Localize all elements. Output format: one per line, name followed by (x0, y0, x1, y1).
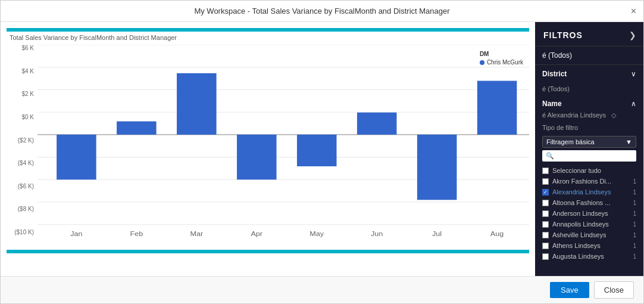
checkbox-box (542, 189, 549, 196)
checkbox-item[interactable]: Anderson Lindseys1 (535, 208, 643, 219)
filter-district-header[interactable]: District ∨ (535, 65, 643, 83)
svg-text:May: May (310, 229, 324, 237)
checkbox-item[interactable]: Athens Lindseys1 (535, 240, 643, 251)
filter-header: FILTROS ❯ (535, 22, 643, 46)
filter-diamond-icon: ◇ (611, 111, 616, 119)
filter-title: FILTROS (543, 30, 583, 40)
y-label-2: $2 K (21, 91, 34, 97)
checkbox-box (542, 200, 549, 206)
svg-rect-15 (417, 135, 457, 200)
filter-district-label: District (542, 70, 567, 78)
filter-district-value: é (Todos) (535, 83, 643, 95)
filter-type-value: Filtragem básica (546, 138, 595, 145)
legend-title: DM (480, 51, 523, 57)
checkbox-count: 1 (633, 178, 636, 185)
checkbox-box (542, 167, 549, 174)
filter-district-section: District ∨ é (Todos) (535, 65, 643, 95)
filter-chevron-icon[interactable]: ❯ (629, 30, 636, 40)
filter-name-chevron-up-icon[interactable]: ∧ (631, 100, 636, 108)
checkbox-item[interactable]: Asheville Lindseys1 (535, 229, 643, 240)
filter-type-select[interactable]: Filtragem básica ▼ (542, 136, 636, 148)
checkbox-item[interactable]: Seleccionar tudo (535, 165, 643, 176)
checkbox-label: Alexandria Lindseys (552, 188, 611, 196)
checkbox-label: Altoona Fashions ... (552, 199, 610, 206)
checkbox-count: 1 (633, 189, 636, 196)
svg-rect-9 (57, 135, 96, 179)
checkbox-box (542, 210, 549, 217)
legend-item: Chris McGurk (480, 59, 523, 66)
y-label-4: ($2 K) (18, 137, 34, 144)
y-label-5: ($4 K) (18, 160, 34, 166)
filter-search-box: 🔍 (542, 150, 636, 162)
filter-panel: FILTROS ❯ é (Todos) District ∨ é (Todos)… (535, 22, 643, 276)
svg-rect-16 (477, 81, 517, 135)
legend-dot (480, 60, 484, 65)
y-label-0: $6 K (21, 45, 34, 51)
filter-type-label: Tipo de filtro (535, 122, 643, 134)
window-title: My Workspace - Total Sales Variance by F… (194, 7, 449, 15)
svg-rect-12 (237, 135, 277, 179)
filter-type-chevron-icon: ▼ (626, 138, 632, 145)
checkbox-count: 1 (633, 232, 636, 238)
svg-text:Mar: Mar (190, 229, 203, 237)
y-label-3: $0 K (21, 114, 34, 120)
chart-legend: DM Chris McGurk (480, 51, 523, 66)
y-label-1: $4 K (21, 68, 34, 75)
checkbox-item[interactable]: Akron Fashions Di...1 (535, 176, 643, 187)
checkbox-count: 1 (633, 200, 636, 206)
chart-bottom-bar (7, 250, 529, 253)
svg-text:Aug: Aug (490, 229, 504, 237)
checkbox-list: Seleccionar tudoAkron Fashions Di...1Ale… (535, 164, 643, 263)
checkbox-box (542, 232, 549, 238)
checkbox-box (542, 253, 549, 260)
search-icon: 🔍 (546, 152, 554, 160)
filter-name-header: Name ∧ (535, 95, 643, 110)
svg-text:Jan: Jan (70, 229, 82, 237)
svg-rect-11 (177, 73, 217, 135)
bottom-bar: Save Close (1, 276, 643, 303)
main-window: My Workspace - Total Sales Variance by F… (0, 0, 644, 304)
checkbox-box (542, 221, 549, 228)
y-label-6: ($6 K) (18, 183, 34, 190)
chart-subtitle: Total Sales Variance by FiscalMonth and … (10, 34, 529, 41)
y-axis: $6 K $4 K $2 K $0 K ($2 K) ($4 K) ($6 K)… (7, 45, 37, 247)
checkbox-label: Annapolis Lindseys (552, 221, 609, 228)
checkbox-box (542, 243, 549, 249)
filter-search-input[interactable] (557, 153, 633, 160)
svg-text:Jun: Jun (371, 229, 383, 237)
checkbox-item[interactable]: Alexandria Lindseys1 (535, 187, 643, 197)
checkbox-label: Seleccionar tudo (552, 167, 601, 174)
filter-name-section: Name ∧ é Alexandria Lindseys ◇ Tipo de f… (535, 95, 643, 263)
checkbox-box (542, 178, 549, 185)
checkbox-item[interactable]: Augusta Lindseys1 (535, 251, 643, 262)
checkbox-count: 1 (633, 253, 636, 260)
window-close-button[interactable]: × (631, 7, 636, 16)
filter-all-value: é (Todos) (542, 51, 572, 60)
svg-text:Jul: Jul (432, 229, 442, 237)
y-label-7: ($8 K) (18, 206, 34, 212)
checkbox-label: Augusta Lindseys (552, 253, 604, 260)
svg-text:Apr: Apr (251, 229, 262, 237)
chart-svg: Jan Feb Mar Apr May Jun Jul Aug DM (37, 45, 529, 247)
svg-rect-10 (117, 122, 157, 135)
checkbox-label: Akron Fashions Di... (552, 178, 611, 185)
checkbox-item[interactable]: Altoona Fashions ...1 (535, 197, 643, 208)
checkbox-count: 1 (633, 243, 636, 249)
save-button[interactable]: Save (550, 282, 589, 298)
svg-text:Feb: Feb (130, 229, 143, 237)
close-button[interactable]: Close (594, 281, 634, 299)
chart-area: Total Sales Variance by FiscalMonth and … (1, 22, 535, 276)
filter-name-label: Name (542, 100, 562, 108)
content-area: Total Sales Variance by FiscalMonth and … (1, 22, 643, 276)
chart-wrapper: $6 K $4 K $2 K $0 K ($2 K) ($4 K) ($6 K)… (7, 45, 529, 247)
filter-name-sub: é Alexandria Lindseys ◇ (535, 110, 643, 122)
filter-all-section: é (Todos) (535, 46, 643, 65)
legend-label: Chris McGurk (487, 59, 523, 66)
filter-district-chevron-icon: ∨ (631, 70, 636, 78)
checkbox-item[interactable]: Annapolis Lindseys1 (535, 219, 643, 229)
checkbox-label: Anderson Lindseys (552, 210, 608, 217)
y-label-8: ($10 K) (14, 229, 34, 235)
title-bar: My Workspace - Total Sales Variance by F… (1, 1, 643, 22)
svg-rect-13 (297, 135, 337, 166)
checkbox-label: Asheville Lindseys (552, 231, 607, 238)
